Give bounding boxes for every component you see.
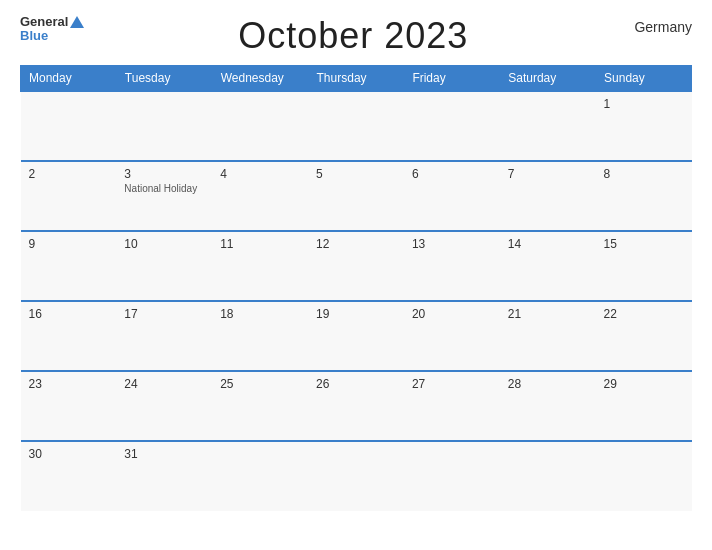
day-number: 26 — [316, 377, 396, 391]
calendar-week-5: 23242526272829 — [21, 371, 692, 441]
day-number: 6 — [412, 167, 492, 181]
day-number: 21 — [508, 307, 588, 321]
calendar-cell — [212, 91, 308, 161]
calendar-cell: 5 — [308, 161, 404, 231]
calendar-cell — [500, 441, 596, 511]
calendar-cell — [212, 441, 308, 511]
calendar-cell: 30 — [21, 441, 117, 511]
calendar-cell — [308, 441, 404, 511]
calendar-cell: 23 — [21, 371, 117, 441]
day-number: 30 — [29, 447, 109, 461]
calendar-cell: 16 — [21, 301, 117, 371]
page-header: General Blue October 2023 Germany — [20, 15, 692, 57]
calendar-cell: 7 — [500, 161, 596, 231]
calendar-week-3: 9101112131415 — [21, 231, 692, 301]
calendar-cell: 1 — [596, 91, 692, 161]
calendar-title: October 2023 — [84, 15, 622, 57]
day-number: 9 — [29, 237, 109, 251]
col-monday: Monday — [21, 66, 117, 92]
day-number: 19 — [316, 307, 396, 321]
calendar-cell — [500, 91, 596, 161]
day-number: 1 — [604, 97, 684, 111]
calendar-header: Monday Tuesday Wednesday Thursday Friday… — [21, 66, 692, 92]
calendar-cell: 10 — [116, 231, 212, 301]
calendar-cell: 24 — [116, 371, 212, 441]
calendar-cell: 9 — [21, 231, 117, 301]
col-tuesday: Tuesday — [116, 66, 212, 92]
col-sunday: Sunday — [596, 66, 692, 92]
calendar-cell: 26 — [308, 371, 404, 441]
day-number: 24 — [124, 377, 204, 391]
calendar-cell: 4 — [212, 161, 308, 231]
col-thursday: Thursday — [308, 66, 404, 92]
holiday-label: National Holiday — [124, 183, 204, 194]
logo-general-text: General — [20, 15, 68, 29]
day-number: 11 — [220, 237, 300, 251]
calendar-cell — [21, 91, 117, 161]
calendar-cell: 12 — [308, 231, 404, 301]
calendar-week-1: 1 — [21, 91, 692, 161]
calendar-cell: 18 — [212, 301, 308, 371]
calendar-cell: 22 — [596, 301, 692, 371]
day-number: 4 — [220, 167, 300, 181]
col-wednesday: Wednesday — [212, 66, 308, 92]
calendar-cell: 31 — [116, 441, 212, 511]
calendar-cell: 20 — [404, 301, 500, 371]
calendar-cell: 14 — [500, 231, 596, 301]
calendar-cell: 28 — [500, 371, 596, 441]
calendar-week-2: 23National Holiday45678 — [21, 161, 692, 231]
calendar-cell: 29 — [596, 371, 692, 441]
day-number: 14 — [508, 237, 588, 251]
days-header-row: Monday Tuesday Wednesday Thursday Friday… — [21, 66, 692, 92]
day-number: 5 — [316, 167, 396, 181]
calendar-week-4: 16171819202122 — [21, 301, 692, 371]
day-number: 16 — [29, 307, 109, 321]
calendar-cell: 11 — [212, 231, 308, 301]
calendar-cell: 13 — [404, 231, 500, 301]
logo-triangle-icon — [70, 16, 84, 28]
calendar-page: General Blue October 2023 Germany Monday… — [0, 0, 712, 550]
calendar-body: 123National Holiday456789101112131415161… — [21, 91, 692, 511]
calendar-table: Monday Tuesday Wednesday Thursday Friday… — [20, 65, 692, 511]
calendar-cell: 8 — [596, 161, 692, 231]
country-label: Germany — [622, 15, 692, 35]
day-number: 10 — [124, 237, 204, 251]
col-saturday: Saturday — [500, 66, 596, 92]
calendar-week-6: 3031 — [21, 441, 692, 511]
calendar-cell: 3National Holiday — [116, 161, 212, 231]
calendar-cell — [116, 91, 212, 161]
calendar-cell: 19 — [308, 301, 404, 371]
calendar-cell — [308, 91, 404, 161]
day-number: 18 — [220, 307, 300, 321]
day-number: 25 — [220, 377, 300, 391]
day-number: 13 — [412, 237, 492, 251]
logo: General Blue — [20, 15, 84, 44]
calendar-cell: 2 — [21, 161, 117, 231]
col-friday: Friday — [404, 66, 500, 92]
day-number: 20 — [412, 307, 492, 321]
day-number: 22 — [604, 307, 684, 321]
day-number: 2 — [29, 167, 109, 181]
day-number: 17 — [124, 307, 204, 321]
day-number: 3 — [124, 167, 204, 181]
calendar-cell: 27 — [404, 371, 500, 441]
day-number: 7 — [508, 167, 588, 181]
day-number: 29 — [604, 377, 684, 391]
calendar-cell — [404, 91, 500, 161]
calendar-cell: 6 — [404, 161, 500, 231]
calendar-cell — [404, 441, 500, 511]
calendar-cell: 25 — [212, 371, 308, 441]
day-number: 12 — [316, 237, 396, 251]
day-number: 8 — [604, 167, 684, 181]
calendar-cell — [596, 441, 692, 511]
calendar-cell: 15 — [596, 231, 692, 301]
calendar-cell: 21 — [500, 301, 596, 371]
title-section: October 2023 — [84, 15, 622, 57]
day-number: 23 — [29, 377, 109, 391]
logo-blue-text: Blue — [20, 29, 48, 43]
day-number: 15 — [604, 237, 684, 251]
day-number: 31 — [124, 447, 204, 461]
day-number: 28 — [508, 377, 588, 391]
day-number: 27 — [412, 377, 492, 391]
calendar-cell: 17 — [116, 301, 212, 371]
